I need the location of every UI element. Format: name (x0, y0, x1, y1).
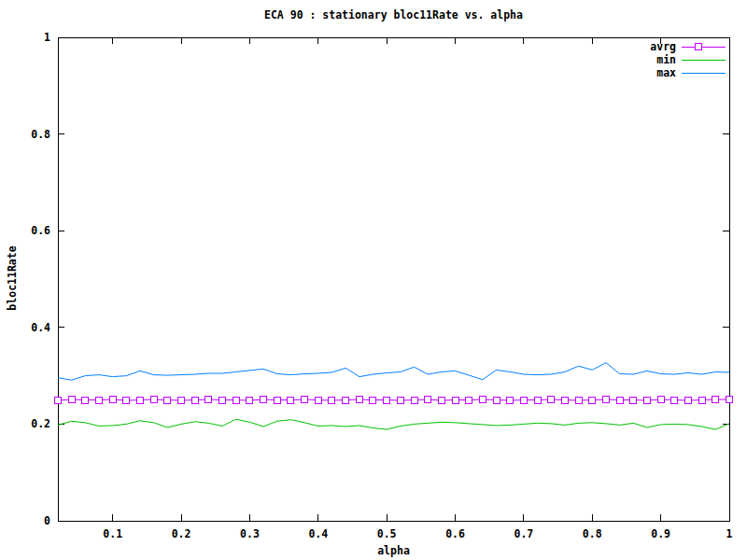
data-point-marker (657, 396, 664, 402)
gnuplot-chart: ECA 90 : stationary bloc11Rate vs. alpha… (0, 0, 747, 560)
data-point-marker (630, 397, 637, 403)
data-point-marker (302, 396, 308, 402)
y-tick-label: 0.8 (31, 128, 50, 141)
y-tick-label: 0.4 (31, 321, 50, 334)
data-point-marker (178, 398, 185, 404)
legend: avrgminmax (650, 40, 726, 79)
y-tick-label: 0 (44, 514, 50, 527)
x-tick-label: 0.6 (445, 527, 465, 540)
data-point-marker (205, 396, 212, 402)
data-point-marker (438, 398, 444, 404)
data-point-marker (452, 397, 458, 403)
legend-label: min (656, 53, 676, 66)
data-point-marker (288, 397, 294, 403)
data-point-marker (261, 396, 267, 402)
data-point-marker (561, 397, 568, 403)
x-tick-label: 0.2 (172, 527, 191, 540)
data-point-marker (589, 397, 596, 403)
data-point-marker (137, 397, 144, 403)
data-point-marker (493, 397, 500, 403)
data-point-marker (575, 398, 582, 404)
data-point-marker (698, 397, 705, 403)
x-tick-label: 0.5 (377, 527, 397, 540)
data-point-marker (55, 398, 62, 404)
data-point-marker (191, 397, 198, 403)
series-avrg-line (58, 399, 729, 400)
legend-marker (696, 44, 702, 50)
data-point-marker (479, 396, 486, 402)
x-tick-label: 1 (726, 527, 733, 540)
data-point-marker (534, 397, 541, 403)
legend-label: max (656, 66, 676, 79)
data-point-marker (397, 398, 403, 404)
data-point-marker (726, 396, 733, 402)
data-point-marker (466, 397, 472, 403)
legend-item-max: max (656, 66, 726, 79)
data-point-marker (68, 396, 75, 402)
x-tick-label: 0.3 (240, 527, 260, 540)
series-max-line (58, 363, 729, 381)
data-point-marker (109, 396, 116, 402)
y-tick-label: 0.2 (31, 417, 50, 430)
plot-canvas: 0.10.20.30.40.50.60.70.80.9100.20.40.60.… (0, 0, 747, 560)
data-point-marker (602, 396, 609, 402)
data-point-marker (548, 396, 555, 402)
x-tick-label: 0.9 (651, 527, 670, 540)
data-point-marker (425, 396, 431, 402)
x-axis-ticks: 0.10.20.30.40.50.60.70.80.91 (103, 37, 732, 540)
legend-item-min: min (656, 53, 726, 66)
data-point-marker (164, 397, 171, 403)
data-point-marker (411, 397, 417, 403)
data-point-marker (329, 398, 335, 404)
legend-item-avrg: avrg (650, 40, 726, 53)
data-point-marker (315, 397, 321, 403)
data-point-marker (370, 397, 376, 403)
data-point-marker (123, 398, 130, 404)
series-min-line (58, 419, 729, 429)
plot-border (58, 37, 729, 521)
x-tick-label: 0.4 (308, 527, 328, 540)
data-point-marker (343, 397, 349, 403)
data-point-marker (247, 398, 253, 404)
data-point-marker (712, 396, 719, 402)
x-tick-label: 0.8 (583, 527, 602, 540)
data-point-marker (96, 397, 103, 403)
legend-label: avrg (650, 40, 676, 53)
data-point-marker (520, 397, 527, 403)
data-point-marker (274, 397, 280, 403)
data-point-marker (219, 397, 226, 403)
data-point-marker (82, 397, 89, 403)
data-point-marker (233, 397, 239, 403)
data-point-marker (616, 397, 623, 403)
data-point-marker (643, 398, 650, 404)
data-point-marker (356, 396, 362, 402)
data-point-marker (684, 398, 691, 404)
data-point-marker (671, 397, 678, 403)
data-point-marker (384, 397, 390, 403)
y-axis-ticks: 00.20.40.60.81 (31, 31, 729, 527)
x-tick-label: 0.1 (103, 527, 122, 540)
y-tick-label: 0.6 (31, 224, 50, 237)
x-tick-label: 0.7 (514, 527, 534, 540)
data-point-marker (507, 398, 514, 404)
data-point-marker (150, 396, 157, 402)
y-tick-label: 1 (44, 31, 50, 44)
